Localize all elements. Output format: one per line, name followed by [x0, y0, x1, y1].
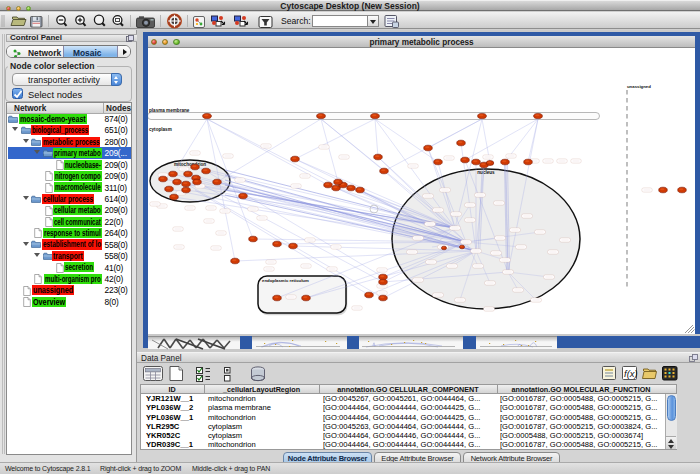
svg-text:endoplasmic reticulum: endoplasmic reticulum: [262, 278, 309, 283]
svg-text:unassigned: unassigned: [627, 84, 651, 89]
svg-text:nucleus: nucleus: [477, 170, 495, 175]
svg-text:f(x): f(x): [624, 368, 638, 379]
svg-text:cytoplasm: cytoplasm: [149, 127, 172, 132]
svg-text:plasma membrane: plasma membrane: [149, 108, 190, 113]
svg-text:mitochondrion: mitochondrion: [174, 162, 206, 167]
